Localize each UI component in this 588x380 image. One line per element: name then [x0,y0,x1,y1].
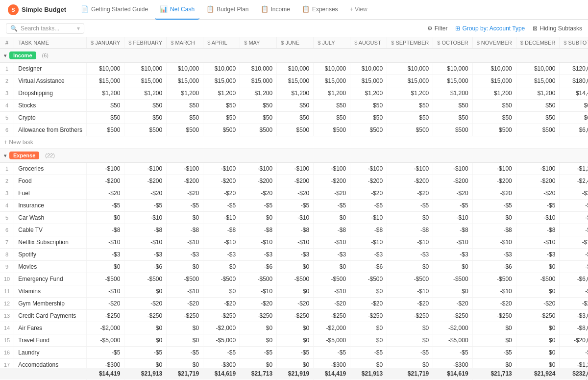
money-cell[interactable]: $50 [277,100,314,112]
money-cell[interactable]: $50 [314,100,350,112]
money-cell[interactable]: -$100 [472,163,516,175]
money-cell[interactable]: -$100 [86,163,124,175]
money-cell[interactable]: $1,200 [314,87,350,100]
task-name-cell[interactable]: Food [14,175,87,187]
money-cell[interactable]: -$20 [387,298,433,310]
subtotal-cell[interactable]: -$120 [560,236,588,249]
money-cell[interactable]: -$500 [516,273,560,285]
money-cell[interactable]: $0 [277,334,314,347]
subtotal-cell[interactable]: $600 [560,100,588,112]
money-cell[interactable]: $50 [86,100,124,112]
money-cell[interactable]: $50 [167,100,203,112]
subtotal-cell[interactable]: -$24 [560,261,588,273]
money-cell[interactable]: $10,000 [203,63,240,75]
task-name-cell[interactable]: Travel Fund [14,334,87,347]
money-cell[interactable]: $15,000 [240,75,277,87]
money-cell[interactable]: $500 [167,124,203,136]
money-cell[interactable]: -$6 [350,261,387,273]
money-cell[interactable]: -$10 [472,236,516,249]
money-cell[interactable]: $10,000 [314,63,350,75]
money-cell[interactable]: -$5 [314,200,350,212]
filter-button[interactable]: ⚙ Filter [427,25,448,32]
money-cell[interactable]: $0 [124,322,167,334]
money-cell[interactable]: $500 [203,124,240,136]
money-cell[interactable]: -$5 [167,200,203,212]
money-cell[interactable]: $0 [516,347,560,359]
money-cell[interactable]: -$20 [203,298,240,310]
money-cell[interactable]: $0 [350,334,387,347]
money-cell[interactable]: $15,000 [277,75,314,87]
money-cell[interactable]: -$20 [124,298,167,310]
money-cell[interactable]: -$3 [387,249,433,261]
money-cell[interactable]: $10,000 [387,63,433,75]
money-cell[interactable]: $50 [124,112,167,124]
money-cell[interactable]: -$20 [433,298,472,310]
money-cell[interactable]: -$250 [124,310,167,322]
tab-budget-plan[interactable]: 📋 Budget Plan [201,0,253,20]
money-cell[interactable]: -$5 [472,347,516,359]
money-cell[interactable]: -$20 [124,187,167,200]
money-cell[interactable]: -$100 [314,163,350,175]
money-cell[interactable]: $50 [350,100,387,112]
money-cell[interactable]: $500 [433,124,472,136]
search-box[interactable]: 🔍 Search tasks... ▾ [6,23,84,34]
money-cell[interactable]: -$20 [277,187,314,200]
money-cell[interactable]: -$5 [124,200,167,212]
money-cell[interactable]: $50 [203,100,240,112]
money-cell[interactable]: $10,000 [86,63,124,75]
money-cell[interactable]: -$20 [240,187,277,200]
money-cell[interactable]: -$10 [433,236,472,249]
money-cell[interactable]: $0 [240,334,277,347]
money-cell[interactable]: $15,000 [314,75,350,87]
money-cell[interactable]: $50 [516,100,560,112]
money-cell[interactable]: -$3 [314,249,350,261]
money-cell[interactable]: -$250 [86,310,124,322]
task-name-cell[interactable]: Crypto [14,112,87,124]
task-name-cell[interactable]: Laundry [14,347,87,359]
money-cell[interactable]: -$5,000 [86,334,124,347]
money-cell[interactable]: -$3 [240,249,277,261]
task-name-cell[interactable]: Spotify [14,249,87,261]
money-cell[interactable]: $500 [350,124,387,136]
money-cell[interactable]: -$200 [314,175,350,187]
tab-getting-started[interactable]: 📄 Getting Started Guide [76,0,153,20]
task-name-cell[interactable]: Cable TV [14,224,87,236]
col-header-task-name[interactable]: TASK NAME [14,37,87,49]
money-cell[interactable]: -$5 [472,200,516,212]
money-cell[interactable]: $0 [433,285,472,298]
money-cell[interactable]: $0 [167,212,203,224]
money-cell[interactable]: -$5,000 [203,334,240,347]
money-cell[interactable]: -$500 [277,273,314,285]
money-cell[interactable]: -$5 [433,347,472,359]
money-cell[interactable]: -$250 [203,310,240,322]
money-cell[interactable]: -$2,000 [203,322,240,334]
money-cell[interactable]: -$2,000 [86,322,124,334]
money-cell[interactable]: -$5 [167,347,203,359]
subtotal-cell[interactable]: -$6,000 [560,273,588,285]
money-cell[interactable]: -$20 [86,298,124,310]
money-cell[interactable]: $0 [387,212,433,224]
money-cell[interactable]: $0 [472,212,516,224]
money-cell[interactable]: -$10 [124,212,167,224]
money-cell[interactable]: -$8 [387,224,433,236]
money-cell[interactable]: $50 [472,100,516,112]
money-cell[interactable]: $0 [314,212,350,224]
money-cell[interactable]: $0 [86,212,124,224]
money-cell[interactable]: -$8 [203,224,240,236]
task-name-cell[interactable]: Designer [14,63,87,75]
money-cell[interactable]: -$5 [350,347,387,359]
money-cell[interactable]: $50 [167,112,203,124]
money-cell[interactable]: -$10 [516,212,560,224]
money-cell[interactable]: -$200 [433,175,472,187]
money-cell[interactable]: -$100 [167,163,203,175]
money-cell[interactable]: $0 [277,322,314,334]
money-cell[interactable]: $0 [387,322,433,334]
money-cell[interactable]: -$100 [124,163,167,175]
money-cell[interactable]: -$5,000 [433,334,472,347]
money-cell[interactable]: -$100 [350,163,387,175]
money-cell[interactable]: $50 [277,112,314,124]
money-cell[interactable]: $50 [433,100,472,112]
money-cell[interactable]: -$8 [472,224,516,236]
money-cell[interactable]: $50 [240,112,277,124]
subtotal-cell[interactable]: -$3,000 [560,310,588,322]
